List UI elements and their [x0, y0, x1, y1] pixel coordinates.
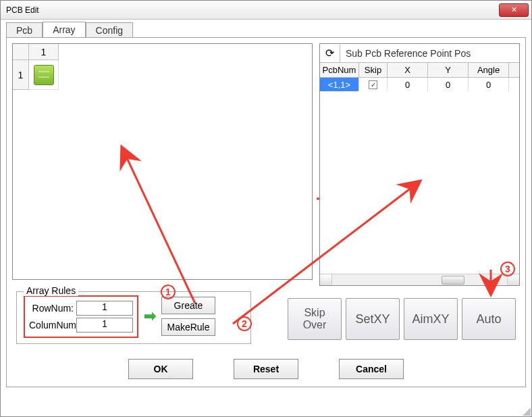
- titlebar: PCB Edit ✕: [1, 1, 531, 20]
- reference-panel-title: Sub Pcb Reference Point Pos: [340, 48, 471, 59]
- arrow-right-icon: ➡: [144, 308, 156, 325]
- tab-config[interactable]: Config: [86, 22, 133, 38]
- col-header-pcbnum: PcbNum: [320, 63, 359, 77]
- grid-row-header: 1: [13, 60, 29, 90]
- grid-cell-1-1[interactable]: [29, 60, 59, 90]
- window-title: PCB Edit: [6, 5, 39, 15]
- refresh-button[interactable]: ⟳: [320, 45, 340, 62]
- pcb-chip-icon: [34, 65, 54, 85]
- col-header-skip: Skip: [359, 63, 388, 77]
- skip-checkbox[interactable]: ✓: [369, 80, 377, 89]
- close-button[interactable]: ✕: [499, 3, 529, 17]
- makerule-button[interactable]: MakeRule: [161, 318, 215, 336]
- reference-point-panel: ⟳ Sub Pcb Reference Point Pos PcbNum Ski…: [319, 43, 520, 286]
- cell-y[interactable]: 0: [428, 78, 469, 91]
- columnum-label: ColumNum:: [29, 320, 76, 330]
- refresh-icon: ⟳: [325, 47, 334, 59]
- col-header-angle: Angle: [469, 63, 509, 77]
- grid-col-header: 1: [29, 44, 59, 60]
- array-preview-grid[interactable]: 1 1: [12, 43, 313, 280]
- array-rules-group: Array Rules RowNum: 1 ColumNum: 1: [16, 291, 251, 344]
- cancel-button[interactable]: Cancel: [339, 359, 404, 379]
- col-header-y: Y: [428, 63, 469, 77]
- rownum-input[interactable]: 1: [76, 301, 133, 316]
- greate-button[interactable]: Greate: [161, 297, 215, 314]
- col-header-x: X: [388, 63, 428, 77]
- aimxy-button[interactable]: AimXY: [404, 298, 458, 340]
- reset-button[interactable]: Reset: [234, 359, 298, 379]
- cell-angle[interactable]: 0: [469, 78, 509, 91]
- close-icon: ✕: [511, 5, 517, 14]
- grid-corner: [13, 44, 29, 60]
- cell-x[interactable]: 0: [388, 78, 428, 91]
- setxy-button[interactable]: SetXY: [346, 298, 400, 340]
- array-rules-legend: Array Rules: [24, 285, 78, 296]
- cell-pcbnum: <1,1>: [320, 78, 359, 91]
- cell-skip[interactable]: ✓: [359, 78, 388, 91]
- skipover-button[interactable]: Skip Over: [288, 298, 342, 340]
- columnum-input[interactable]: 1: [76, 318, 133, 333]
- tab-pcb[interactable]: Pcb: [6, 22, 43, 38]
- table-row[interactable]: <1,1> ✓ 0 0 0: [320, 78, 519, 91]
- ok-button[interactable]: OK: [128, 359, 193, 379]
- tab-bar: Pcb Array Config: [6, 22, 526, 37]
- rownum-label: RowNum:: [29, 303, 76, 314]
- auto-button[interactable]: Auto: [462, 298, 516, 340]
- horizontal-scrollbar[interactable]: [320, 274, 519, 285]
- tab-array[interactable]: Array: [43, 22, 85, 37]
- scrollbar-thumb[interactable]: [442, 276, 464, 285]
